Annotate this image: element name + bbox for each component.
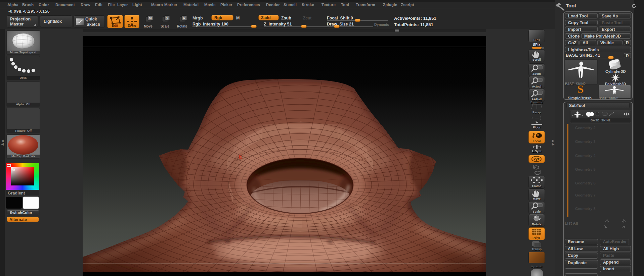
svg-text:S: S — [577, 85, 584, 95]
svg-text:S: S — [166, 16, 168, 20]
svg-text:xyz: xyz — [533, 157, 540, 161]
svg-text:R: R — [183, 16, 185, 20]
svg-text:M: M — [148, 16, 152, 20]
